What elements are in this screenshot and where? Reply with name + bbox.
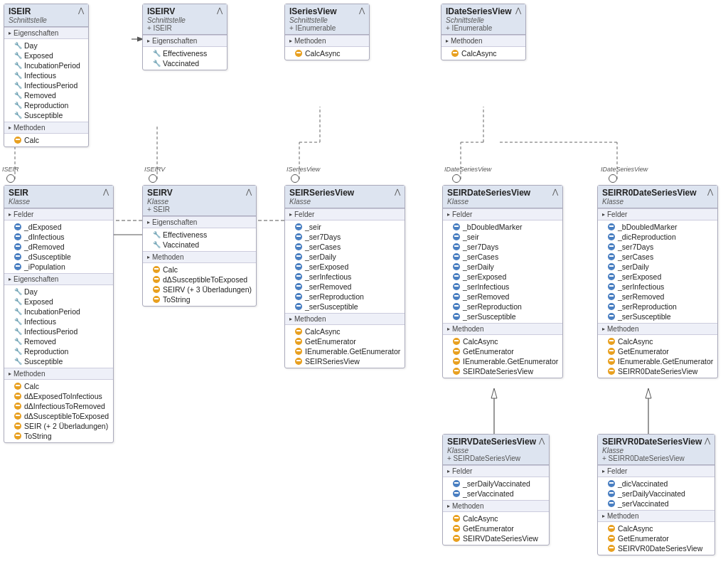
uml-box-IDateSeriesView: IDateSeriesView Schnittstelle + IEnumera…	[441, 4, 526, 60]
item-text: _serExposed	[463, 272, 506, 281]
header-text: IDateSeriesView Schnittstelle + IEnumera…	[446, 6, 512, 32]
section-header: ▸ Methoden	[4, 122, 88, 134]
lp-label-ISeriesView: ISeriesView	[287, 166, 320, 173]
uml-item: _ser7Days	[443, 242, 562, 252]
uml-item: SEIRDateSeriesView	[443, 366, 562, 376]
item-text: IEnumerable.GetEnumerator	[463, 357, 558, 366]
triangle-icon: ▸	[147, 38, 150, 44]
method-icon	[453, 535, 460, 542]
uml-item: 🔧 Reproduction	[4, 346, 113, 356]
field-icon	[295, 303, 302, 310]
uml-item: 🔧 Day	[4, 41, 88, 50]
item-text: _serRemoved	[305, 282, 351, 291]
triangle-icon: ▸	[446, 38, 449, 44]
uml-items: Calc	[4, 134, 88, 147]
uml-item: _dInfectious	[4, 232, 113, 242]
method-icon	[453, 358, 460, 365]
uml-item: _serSusceptible	[598, 312, 717, 321]
uml-title: IDateSeriesView	[446, 6, 512, 16]
uml-item: _serRemoved	[598, 292, 717, 302]
section-label: Felder	[14, 211, 33, 218]
uml-box-SEIRDateSeriesView: SEIRDateSeriesView Klasse ⋀ ▸ Felder _bD…	[442, 185, 563, 378]
collapse-icon[interactable]: ⋀	[705, 437, 710, 445]
field-icon	[608, 273, 615, 280]
uml-header-SEIRVDateSeriesView: SEIRVDateSeriesView Klasse + SEIRDateSer…	[443, 435, 549, 465]
uml-item: _serExposed	[598, 272, 717, 282]
field-icon	[295, 283, 302, 290]
uml-items: Calc dΔSusceptibleToExposed SEIRV (+ 3 Ü…	[143, 263, 256, 306]
item-text: Day	[24, 41, 38, 50]
uml-title: SEIR	[9, 188, 30, 198]
uml-items: _bDoubledMarker _dicReproduction _ser7Da…	[598, 220, 717, 323]
method-icon	[153, 296, 160, 303]
uml-header-ISEIRV: ISEIRV Schnittstelle + ISEIR ⋀	[143, 4, 227, 35]
property-icon: 🔧	[14, 318, 21, 325]
uml-header-SEIR: SEIR Klasse ⋀	[4, 186, 113, 208]
collapse-icon[interactable]: ⋀	[395, 188, 400, 196]
uml-item: GetEnumerator	[598, 533, 714, 543]
uml-item: Calc	[143, 265, 256, 275]
section-label: Felder	[607, 211, 627, 218]
uml-item: SEIRVR0DateSeriesView	[598, 543, 714, 553]
uml-items: _dicVaccinated _serDailyVaccinated _serV…	[598, 477, 714, 510]
method-icon	[453, 368, 460, 375]
section-header: ▸ Methoden	[598, 510, 714, 522]
item-text: Infectious	[24, 71, 56, 80]
item-text: _serCases	[618, 252, 653, 261]
property-icon: 🔧	[14, 42, 21, 49]
header-text: SEIRSeriesView Klasse	[289, 188, 354, 206]
item-text: _dExposed	[24, 223, 62, 231]
collapse-icon[interactable]: ⋀	[246, 188, 252, 196]
method-icon	[14, 413, 21, 420]
item-text: _serDaily	[463, 262, 494, 271]
uml-item: Calc	[4, 135, 88, 145]
header-text: ISEIRV Schnittstelle + ISEIR	[147, 6, 186, 32]
collapse-icon[interactable]: ⋀	[217, 6, 223, 14]
field-icon	[608, 293, 615, 300]
section-header: ▸ Felder	[443, 465, 549, 477]
property-icon: 🔧	[153, 50, 160, 57]
uml-header-ISeriesView: ISeriesView Schnittstelle + IEnumerable …	[285, 4, 369, 35]
uml-header-SEIRSeriesView: SEIRSeriesView Klasse ⋀	[285, 186, 405, 208]
collapse-icon[interactable]: ⋀	[552, 188, 558, 196]
collapse-icon[interactable]: ⋀	[707, 188, 713, 196]
property-icon: 🔧	[14, 102, 21, 109]
uml-item: CalcAsync	[443, 514, 549, 523]
item-text: IncubationPeriod	[24, 61, 80, 70]
lp-label-IDateSeriesView2: IDateSeriesView	[601, 166, 648, 173]
field-icon	[14, 253, 21, 260]
field-icon	[295, 273, 302, 280]
property-icon: 🔧	[153, 241, 160, 248]
section-label: Methoden	[607, 512, 638, 520]
uml-title: SEIRSeriesView	[289, 188, 354, 198]
method-icon	[295, 328, 302, 335]
triangle-icon: ▸	[9, 371, 11, 377]
item-text: dΔSusceptibleToExposed	[24, 412, 109, 420]
method-icon	[14, 383, 21, 390]
item-text: _serRemoved	[463, 292, 509, 301]
item-text: Exposed	[24, 297, 53, 306]
collapse-icon[interactable]: ⋀	[359, 6, 365, 14]
uml-box-SEIRV: SEIRV Klasse + SEIR ⋀ ▸ Eigenschaften 🔧 …	[142, 185, 257, 307]
uml-item: IEnumerable.GetEnumerator	[443, 356, 562, 366]
collapse-icon[interactable]: ⋀	[103, 188, 109, 196]
section-header: ▸ Felder	[598, 208, 717, 220]
section-header: ▸ Methoden	[285, 313, 405, 325]
collapse-icon[interactable]: ⋀	[515, 6, 521, 14]
uml-items: _dExposed _dInfectious _dRemoved _dSusce…	[4, 220, 113, 273]
item-text: _serInfectious	[305, 272, 351, 281]
field-icon	[608, 500, 615, 507]
uml-item: SEIR (+ 2 Überladungen)	[4, 421, 113, 431]
field-icon	[608, 253, 615, 260]
collapse-icon[interactable]: ⋀	[539, 437, 545, 445]
uml-item: 🔧 Exposed	[4, 297, 113, 307]
triangle-icon: ▸	[289, 38, 292, 44]
field-icon	[608, 480, 615, 487]
uml-item: _dRemoved	[4, 242, 113, 252]
section-header: ▸ Methoden	[4, 368, 113, 380]
uml-items: 🔧 Effectiveness 🔧 Vaccinated	[143, 228, 256, 251]
collapse-icon[interactable]: ⋀	[78, 6, 84, 14]
item-text: CalcAsync	[618, 524, 653, 533]
field-icon	[453, 253, 460, 260]
triangle-icon: ▸	[602, 211, 605, 218]
